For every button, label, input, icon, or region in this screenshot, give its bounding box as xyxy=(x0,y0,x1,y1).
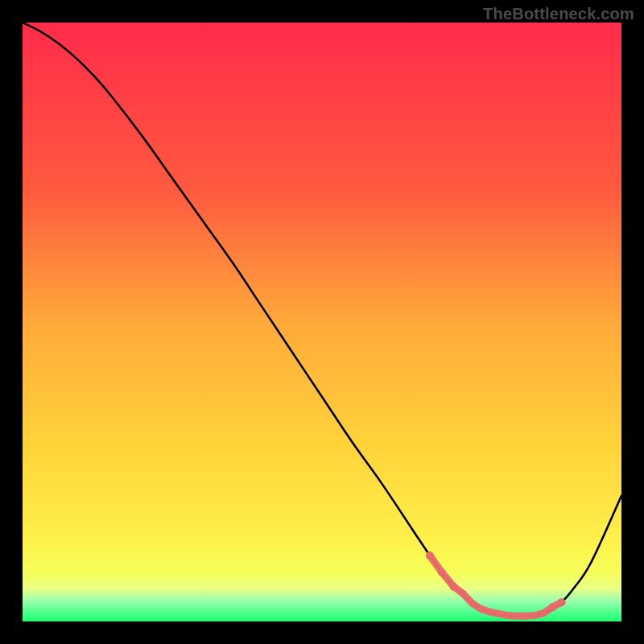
highlight-marker xyxy=(548,603,556,611)
chart-plot-area xyxy=(23,23,621,621)
highlight-marker xyxy=(426,551,434,559)
highlight-marker xyxy=(450,583,458,591)
watermark-text: TheBottleneck.com xyxy=(483,5,634,23)
highlight-marker xyxy=(532,613,538,618)
highlight-marker xyxy=(487,609,493,615)
highlight-marker xyxy=(460,590,466,597)
highlight-marker xyxy=(514,613,519,619)
highlight-marker xyxy=(478,606,484,612)
highlight-marker xyxy=(469,600,475,605)
highlight-marker xyxy=(522,613,528,619)
highlight-marker xyxy=(558,598,566,606)
highlight-marker xyxy=(496,611,502,617)
highlight-marker xyxy=(505,613,510,618)
gradient-background xyxy=(23,23,621,621)
chart-svg xyxy=(23,23,621,621)
highlight-marker xyxy=(540,610,547,617)
highlight-marker xyxy=(438,568,446,576)
